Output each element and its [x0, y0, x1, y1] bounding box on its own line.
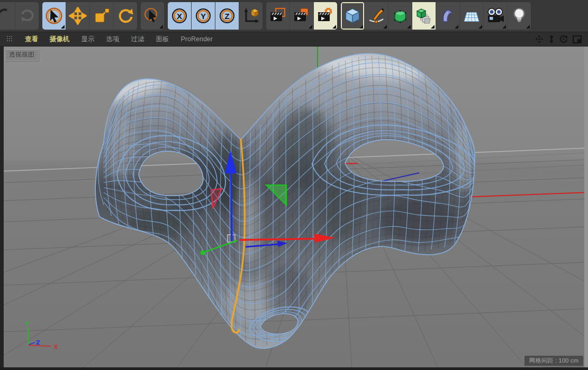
dropdown-corner	[159, 25, 163, 29]
redo-icon	[18, 7, 36, 25]
axis-lock-group: X Y Z	[168, 2, 263, 30]
viewport-perspective[interactable]: Y Z X 透视视图 网格间距 : 100 cm	[0, 47, 588, 370]
camera-button[interactable]	[484, 2, 508, 30]
subdivision-surface-icon	[391, 7, 409, 25]
lock-x-axis-button[interactable]: X	[168, 2, 192, 30]
viewport-right-scrollbar[interactable]	[584, 47, 588, 367]
menubar-grip-icon[interactable]	[6, 35, 14, 43]
viewport-label: 透视视图	[5, 49, 39, 61]
transform-tools-group	[42, 2, 137, 30]
rotate-icon	[116, 7, 134, 25]
dropdown-corner	[407, 25, 411, 29]
cinema4d-window: X Y Z	[0, 0, 588, 370]
selection-group	[141, 2, 164, 30]
menu-filter[interactable]: 过滤	[125, 35, 150, 44]
dropdown-corner	[332, 25, 336, 29]
coordinate-system-icon	[242, 7, 260, 25]
dropdown-corner	[309, 25, 312, 29]
axis-x-label: X	[53, 344, 58, 350]
x-axis-label: X	[168, 2, 191, 30]
floor-grid-icon	[463, 7, 481, 25]
pen-spline-button[interactable]	[365, 2, 388, 30]
viewport-bottom-edge	[0, 367, 588, 370]
floor-environment-button[interactable]	[460, 2, 484, 30]
dropdown-corner	[383, 25, 387, 29]
render-picture-viewer-icon	[293, 7, 311, 25]
move-icon	[69, 7, 87, 25]
dropdown-corner	[526, 25, 530, 29]
rotate-view-icon[interactable]	[559, 35, 568, 43]
cube-primitive-icon	[343, 7, 361, 25]
dropdown-corner	[455, 25, 458, 29]
move-tool-button[interactable]	[66, 2, 90, 30]
light-button[interactable]	[508, 2, 531, 30]
axis-y-label: Y	[24, 320, 30, 327]
render-view-button[interactable]	[266, 2, 290, 30]
deformer-icon	[439, 7, 457, 25]
render-settings-button[interactable]	[314, 2, 337, 30]
render-view-icon	[269, 7, 287, 25]
subdivision-surface-button[interactable]	[388, 2, 412, 30]
menu-display[interactable]: 显示	[76, 35, 101, 44]
rotate-tool-button[interactable]	[114, 2, 137, 30]
add-cube-button[interactable]	[341, 2, 365, 30]
selection-tool-button[interactable]	[141, 2, 164, 30]
dropdown-corner	[359, 25, 363, 29]
dropdown-corner	[431, 25, 435, 29]
dropdown-corner	[502, 25, 506, 29]
gizmo-green-handle-dot[interactable]	[201, 251, 205, 255]
y-axis-label: Y	[192, 2, 215, 30]
menu-view[interactable]: 查看	[19, 35, 44, 44]
undo-redo-group	[0, 2, 39, 30]
live-selection-icon	[44, 6, 64, 25]
undo-icon	[0, 7, 12, 25]
menu-panel[interactable]: 面板	[150, 35, 175, 44]
dropdown-corner	[61, 25, 65, 29]
lock-y-axis-button[interactable]: Y	[192, 2, 215, 30]
scale-tool-button[interactable]	[90, 2, 114, 30]
main-toolbar: X Y Z	[0, 0, 588, 32]
coordinate-system-button[interactable]	[239, 2, 263, 30]
viewport-scene: Y Z X	[0, 47, 588, 370]
redo-button[interactable]	[15, 2, 39, 30]
object-creation-group	[341, 2, 531, 30]
viewport-nav-icons	[535, 35, 582, 43]
z-axis-label: Z	[215, 2, 239, 30]
undo-button[interactable]	[0, 2, 15, 30]
render-group	[266, 2, 337, 30]
dropdown-corner	[478, 25, 482, 29]
camera-icon	[486, 7, 505, 25]
menu-prorender[interactable]: ProRender	[175, 35, 219, 43]
menu-options[interactable]: 选项	[101, 35, 125, 44]
menu-camera[interactable]: 摄像机	[44, 35, 76, 44]
toggle-panel-icon[interactable]	[573, 35, 582, 43]
light-bulb-icon	[510, 7, 528, 25]
grid-spacing-status: 网格间距 : 100 cm	[524, 356, 583, 366]
array-modeling-button[interactable]	[412, 2, 436, 30]
deformer-button[interactable]	[436, 2, 460, 30]
selection-arrow-icon	[143, 7, 161, 25]
live-selection-button[interactable]	[42, 2, 66, 30]
lock-z-axis-button[interactable]: Z	[215, 2, 239, 30]
axis-z-label: Z	[36, 339, 40, 346]
zoom-view-icon[interactable]	[548, 35, 555, 43]
pan-view-icon[interactable]	[535, 35, 544, 43]
viewport-left-edge	[0, 47, 4, 370]
pen-spline-icon	[367, 7, 385, 25]
viewport-menubar: 查看 摄像机 显示 选项 过滤 面板 ProRender	[0, 32, 588, 47]
render-to-picture-viewer-button[interactable]	[290, 2, 314, 30]
scale-icon	[93, 7, 111, 25]
render-settings-icon	[316, 7, 334, 25]
array-modeling-icon	[415, 7, 433, 25]
